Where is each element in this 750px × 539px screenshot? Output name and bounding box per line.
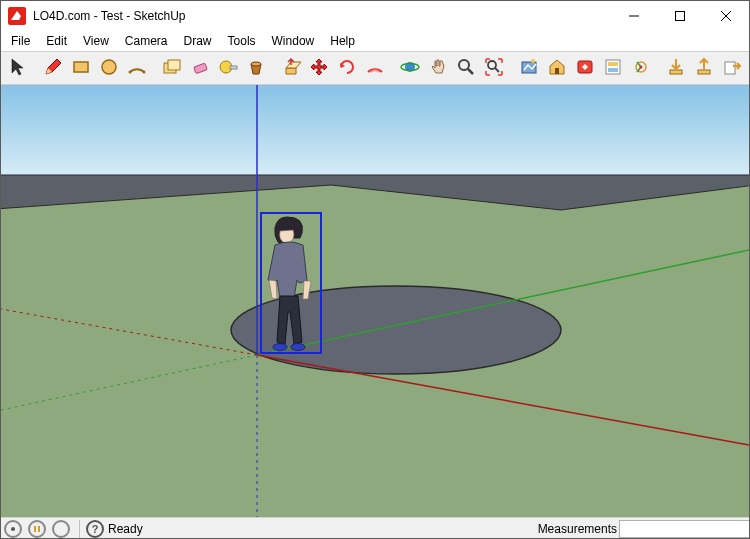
pan-icon — [427, 56, 449, 81]
menu-window[interactable]: Window — [264, 32, 323, 50]
orbit-tool[interactable] — [397, 54, 423, 82]
pushpull-icon — [280, 56, 302, 81]
layout-tool[interactable] — [600, 54, 626, 82]
maximize-button[interactable] — [657, 1, 703, 31]
close-button[interactable] — [703, 1, 749, 31]
measurements-label: Measurements — [538, 522, 619, 536]
svg-rect-10 — [168, 60, 180, 70]
export-icon — [721, 56, 743, 81]
eraser-tool[interactable] — [187, 54, 213, 82]
svg-point-22 — [531, 59, 535, 63]
eraser-icon — [189, 56, 211, 81]
download-tool[interactable] — [663, 54, 689, 82]
zoom-icon — [455, 56, 477, 81]
menu-camera[interactable]: Camera — [117, 32, 176, 50]
svg-rect-31 — [698, 70, 710, 74]
zoomextents-icon — [483, 56, 505, 81]
menu-edit[interactable]: Edit — [38, 32, 75, 50]
orbit-icon — [399, 56, 421, 81]
warehouse-icon — [546, 56, 568, 81]
upload-tool[interactable] — [691, 54, 717, 82]
status-hint-1[interactable] — [4, 520, 22, 538]
app-icon — [7, 6, 27, 26]
export-tool[interactable] — [719, 54, 745, 82]
move-tool[interactable] — [306, 54, 332, 82]
svg-line-18 — [468, 69, 473, 74]
menu-view[interactable]: View — [75, 32, 117, 50]
measurements-input[interactable] — [619, 520, 749, 538]
svg-rect-27 — [608, 68, 618, 72]
svg-point-17 — [459, 60, 469, 70]
extension-warehouse-tool[interactable] — [572, 54, 598, 82]
svg-point-19 — [488, 61, 496, 69]
circle-tool[interactable] — [96, 54, 122, 82]
add-location-tool[interactable] — [516, 54, 542, 82]
arc-icon — [126, 56, 148, 81]
offset-tool[interactable] — [362, 54, 388, 82]
svg-point-29 — [639, 65, 642, 68]
followme-icon — [630, 56, 652, 81]
status-hint-3[interactable] — [52, 520, 70, 538]
select-tool[interactable] — [5, 54, 31, 82]
menu-help[interactable]: Help — [322, 32, 363, 50]
rectangle-tool[interactable] — [68, 54, 94, 82]
tape-icon — [217, 56, 239, 81]
download-icon — [665, 56, 687, 81]
svg-rect-13 — [230, 66, 237, 69]
upload-icon — [693, 56, 715, 81]
svg-rect-26 — [608, 62, 618, 66]
extwh-icon — [574, 56, 596, 81]
rotate-tool[interactable] — [334, 54, 360, 82]
bucket-icon — [245, 56, 267, 81]
svg-point-14 — [251, 62, 261, 66]
layout-icon — [602, 56, 624, 81]
svg-rect-23 — [555, 68, 559, 74]
component-icon — [161, 56, 183, 81]
toolbar — [1, 51, 749, 85]
move-icon — [308, 56, 330, 81]
sky — [1, 85, 749, 180]
svg-point-7 — [128, 70, 131, 73]
menu-tools[interactable]: Tools — [220, 32, 264, 50]
svg-point-8 — [142, 70, 145, 73]
location-icon — [518, 56, 540, 81]
make-component-tool[interactable] — [159, 54, 185, 82]
line-tool[interactable] — [40, 54, 66, 82]
titlebar: LO4D.com - Test - SketchUp — [1, 1, 749, 31]
svg-rect-30 — [670, 70, 682, 74]
viewport[interactable] — [1, 85, 749, 517]
tape-measure-tool[interactable] — [215, 54, 241, 82]
help-icon[interactable]: ? — [86, 520, 104, 538]
pencil-icon — [42, 56, 64, 81]
svg-rect-5 — [74, 62, 88, 72]
cursor-icon — [7, 56, 29, 81]
minimize-button[interactable] — [611, 1, 657, 31]
pan-tool[interactable] — [425, 54, 451, 82]
offset-icon — [364, 56, 386, 81]
scene-canvas[interactable] — [1, 85, 749, 517]
svg-rect-37 — [38, 526, 40, 532]
svg-rect-11 — [194, 63, 208, 74]
follow-me-tool[interactable] — [628, 54, 654, 82]
svg-rect-36 — [34, 526, 36, 532]
circle-icon — [98, 56, 120, 81]
arc-tool[interactable] — [124, 54, 150, 82]
rect-icon — [70, 56, 92, 81]
rotate-icon — [336, 56, 358, 81]
status-text: Ready — [108, 522, 143, 536]
paint-bucket-tool[interactable] — [243, 54, 269, 82]
svg-rect-2 — [676, 12, 685, 21]
statusbar: ? Ready Measurements — [1, 517, 749, 539]
zoom-tool[interactable] — [453, 54, 479, 82]
svg-point-6 — [102, 60, 116, 74]
zoom-extents-tool[interactable] — [481, 54, 507, 82]
svg-point-34 — [291, 344, 305, 351]
3d-warehouse-tool[interactable] — [544, 54, 570, 82]
status-hint-2[interactable] — [28, 520, 46, 538]
svg-line-20 — [495, 68, 499, 72]
menu-draw[interactable]: Draw — [176, 32, 220, 50]
push-pull-tool[interactable] — [278, 54, 304, 82]
svg-rect-32 — [725, 62, 735, 74]
menu-file[interactable]: File — [3, 32, 38, 50]
window-title: LO4D.com - Test - SketchUp — [33, 9, 186, 23]
